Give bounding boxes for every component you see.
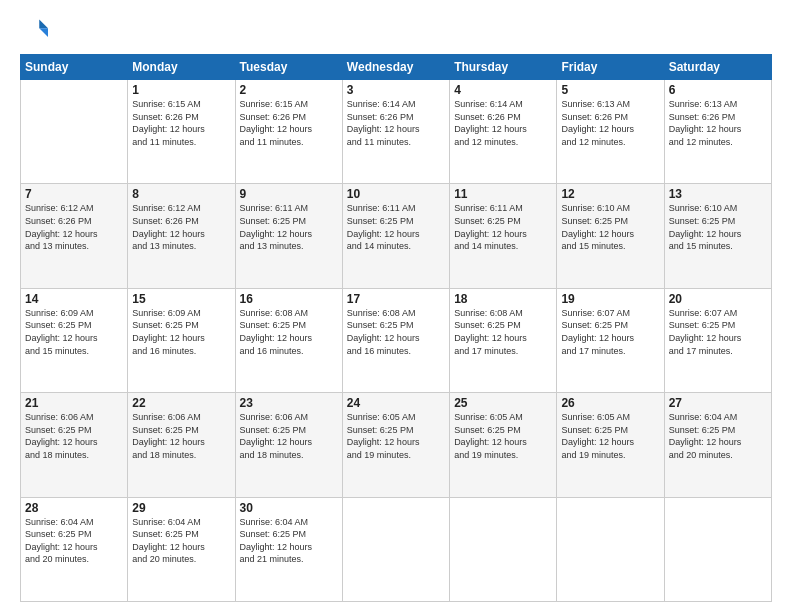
weekday-header-friday: Friday [557,55,664,80]
week-row-1: 1Sunrise: 6:15 AM Sunset: 6:26 PM Daylig… [21,80,772,184]
day-info: Sunrise: 6:05 AM Sunset: 6:25 PM Dayligh… [561,411,659,461]
day-info: Sunrise: 6:04 AM Sunset: 6:25 PM Dayligh… [240,516,338,566]
day-info: Sunrise: 6:13 AM Sunset: 6:26 PM Dayligh… [669,98,767,148]
day-info: Sunrise: 6:05 AM Sunset: 6:25 PM Dayligh… [347,411,445,461]
day-number: 14 [25,292,123,306]
calendar-cell [342,497,449,601]
day-info: Sunrise: 6:04 AM Sunset: 6:25 PM Dayligh… [25,516,123,566]
day-number: 22 [132,396,230,410]
logo [20,16,52,44]
day-number: 27 [669,396,767,410]
day-number: 11 [454,187,552,201]
weekday-header-tuesday: Tuesday [235,55,342,80]
calendar-cell: 25Sunrise: 6:05 AM Sunset: 6:25 PM Dayli… [450,393,557,497]
day-info: Sunrise: 6:04 AM Sunset: 6:25 PM Dayligh… [132,516,230,566]
day-info: Sunrise: 6:13 AM Sunset: 6:26 PM Dayligh… [561,98,659,148]
calendar-cell: 10Sunrise: 6:11 AM Sunset: 6:25 PM Dayli… [342,184,449,288]
day-number: 21 [25,396,123,410]
calendar-cell [21,80,128,184]
day-number: 20 [669,292,767,306]
day-number: 10 [347,187,445,201]
calendar-cell: 5Sunrise: 6:13 AM Sunset: 6:26 PM Daylig… [557,80,664,184]
calendar-cell: 27Sunrise: 6:04 AM Sunset: 6:25 PM Dayli… [664,393,771,497]
day-info: Sunrise: 6:14 AM Sunset: 6:26 PM Dayligh… [347,98,445,148]
calendar-cell: 19Sunrise: 6:07 AM Sunset: 6:25 PM Dayli… [557,288,664,392]
calendar-cell: 16Sunrise: 6:08 AM Sunset: 6:25 PM Dayli… [235,288,342,392]
day-info: Sunrise: 6:08 AM Sunset: 6:25 PM Dayligh… [454,307,552,357]
svg-marker-0 [39,20,48,29]
day-number: 29 [132,501,230,515]
calendar-cell: 8Sunrise: 6:12 AM Sunset: 6:26 PM Daylig… [128,184,235,288]
calendar-cell: 29Sunrise: 6:04 AM Sunset: 6:25 PM Dayli… [128,497,235,601]
calendar-cell: 24Sunrise: 6:05 AM Sunset: 6:25 PM Dayli… [342,393,449,497]
day-number: 9 [240,187,338,201]
day-info: Sunrise: 6:15 AM Sunset: 6:26 PM Dayligh… [132,98,230,148]
week-row-2: 7Sunrise: 6:12 AM Sunset: 6:26 PM Daylig… [21,184,772,288]
calendar-cell: 11Sunrise: 6:11 AM Sunset: 6:25 PM Dayli… [450,184,557,288]
day-number: 15 [132,292,230,306]
week-row-5: 28Sunrise: 6:04 AM Sunset: 6:25 PM Dayli… [21,497,772,601]
day-number: 18 [454,292,552,306]
calendar-cell: 7Sunrise: 6:12 AM Sunset: 6:26 PM Daylig… [21,184,128,288]
calendar-cell: 6Sunrise: 6:13 AM Sunset: 6:26 PM Daylig… [664,80,771,184]
calendar-cell [450,497,557,601]
calendar-cell: 3Sunrise: 6:14 AM Sunset: 6:26 PM Daylig… [342,80,449,184]
day-info: Sunrise: 6:15 AM Sunset: 6:26 PM Dayligh… [240,98,338,148]
day-number: 5 [561,83,659,97]
week-row-3: 14Sunrise: 6:09 AM Sunset: 6:25 PM Dayli… [21,288,772,392]
day-number: 8 [132,187,230,201]
day-number: 25 [454,396,552,410]
weekday-header-thursday: Thursday [450,55,557,80]
calendar-cell: 18Sunrise: 6:08 AM Sunset: 6:25 PM Dayli… [450,288,557,392]
calendar-cell: 28Sunrise: 6:04 AM Sunset: 6:25 PM Dayli… [21,497,128,601]
day-info: Sunrise: 6:14 AM Sunset: 6:26 PM Dayligh… [454,98,552,148]
calendar-cell: 17Sunrise: 6:08 AM Sunset: 6:25 PM Dayli… [342,288,449,392]
day-number: 7 [25,187,123,201]
calendar-cell: 26Sunrise: 6:05 AM Sunset: 6:25 PM Dayli… [557,393,664,497]
week-row-4: 21Sunrise: 6:06 AM Sunset: 6:25 PM Dayli… [21,393,772,497]
day-number: 16 [240,292,338,306]
calendar-cell: 21Sunrise: 6:06 AM Sunset: 6:25 PM Dayli… [21,393,128,497]
svg-marker-1 [39,28,48,37]
calendar-cell: 15Sunrise: 6:09 AM Sunset: 6:25 PM Dayli… [128,288,235,392]
calendar-cell [557,497,664,601]
weekday-header-monday: Monday [128,55,235,80]
day-info: Sunrise: 6:08 AM Sunset: 6:25 PM Dayligh… [240,307,338,357]
day-number: 19 [561,292,659,306]
day-number: 12 [561,187,659,201]
day-info: Sunrise: 6:10 AM Sunset: 6:25 PM Dayligh… [561,202,659,252]
day-number: 3 [347,83,445,97]
calendar-cell: 4Sunrise: 6:14 AM Sunset: 6:26 PM Daylig… [450,80,557,184]
day-info: Sunrise: 6:04 AM Sunset: 6:25 PM Dayligh… [669,411,767,461]
day-number: 1 [132,83,230,97]
day-number: 13 [669,187,767,201]
day-info: Sunrise: 6:12 AM Sunset: 6:26 PM Dayligh… [25,202,123,252]
day-number: 4 [454,83,552,97]
day-number: 24 [347,396,445,410]
calendar-cell: 20Sunrise: 6:07 AM Sunset: 6:25 PM Dayli… [664,288,771,392]
logo-icon [20,16,48,44]
weekday-header-sunday: Sunday [21,55,128,80]
calendar-cell: 23Sunrise: 6:06 AM Sunset: 6:25 PM Dayli… [235,393,342,497]
day-info: Sunrise: 6:06 AM Sunset: 6:25 PM Dayligh… [240,411,338,461]
day-number: 2 [240,83,338,97]
header [20,16,772,44]
day-info: Sunrise: 6:05 AM Sunset: 6:25 PM Dayligh… [454,411,552,461]
calendar-cell: 12Sunrise: 6:10 AM Sunset: 6:25 PM Dayli… [557,184,664,288]
weekday-header-wednesday: Wednesday [342,55,449,80]
day-info: Sunrise: 6:11 AM Sunset: 6:25 PM Dayligh… [454,202,552,252]
calendar-cell: 22Sunrise: 6:06 AM Sunset: 6:25 PM Dayli… [128,393,235,497]
day-info: Sunrise: 6:11 AM Sunset: 6:25 PM Dayligh… [347,202,445,252]
calendar-cell: 9Sunrise: 6:11 AM Sunset: 6:25 PM Daylig… [235,184,342,288]
page: SundayMondayTuesdayWednesdayThursdayFrid… [0,0,792,612]
day-number: 17 [347,292,445,306]
day-info: Sunrise: 6:12 AM Sunset: 6:26 PM Dayligh… [132,202,230,252]
calendar-table: SundayMondayTuesdayWednesdayThursdayFrid… [20,54,772,602]
day-number: 23 [240,396,338,410]
calendar-cell: 1Sunrise: 6:15 AM Sunset: 6:26 PM Daylig… [128,80,235,184]
calendar-cell: 14Sunrise: 6:09 AM Sunset: 6:25 PM Dayli… [21,288,128,392]
day-info: Sunrise: 6:09 AM Sunset: 6:25 PM Dayligh… [25,307,123,357]
day-info: Sunrise: 6:07 AM Sunset: 6:25 PM Dayligh… [669,307,767,357]
day-number: 30 [240,501,338,515]
day-info: Sunrise: 6:09 AM Sunset: 6:25 PM Dayligh… [132,307,230,357]
